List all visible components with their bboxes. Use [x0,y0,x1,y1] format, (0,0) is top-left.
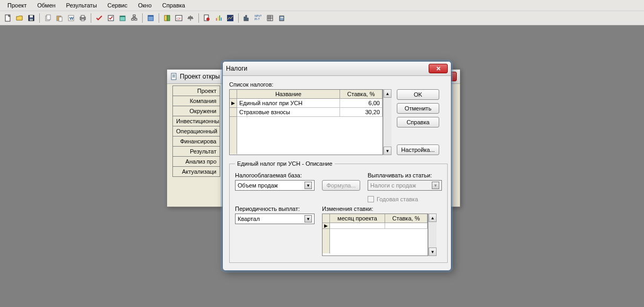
chevron-down-icon: ▼ [304,215,312,223]
doc-icon [170,73,178,80]
svg-rect-28 [217,16,219,21]
tax-table[interactable]: Название Ставка, % ▶ Единый налог при УС… [229,89,383,155]
pay-from-value: Налоги с продаж [370,182,416,189]
building-icon[interactable] [277,13,286,23]
svg-rect-18 [135,19,137,20]
pay-from-select: Налоги с продаж ▼ [368,180,442,191]
tab-actualization[interactable]: Актуализаци [172,166,220,177]
svg-rect-27 [216,18,217,21]
tax-name-cell[interactable]: Страховые взносы [237,108,340,117]
tax-description-fieldset: Единый налог при УСН - Описание Налогооб… [229,160,448,263]
tax-rate-cell[interactable]: 6,00 [340,99,382,108]
open-icon[interactable] [15,13,24,23]
changes-row[interactable]: ▶ [323,223,428,229]
cf-icon[interactable]: CF [174,13,184,23]
scroll-down-icon[interactable]: ▼ [384,147,391,155]
col-rate: Ставка, % [340,90,382,99]
ok-button[interactable]: OK [397,89,439,100]
toolbar: W CF NPV?PI-? [0,11,644,25]
org-icon[interactable] [129,13,139,23]
tab-results[interactable]: Результат [172,146,220,157]
annual-rate-checkbox: Годовая ставка [368,196,442,202]
tab-operational[interactable]: Операционный [172,126,220,137]
svg-rect-40 [282,17,283,18]
tab-company[interactable]: Компания [172,96,220,106]
svg-rect-17 [132,19,134,20]
svg-text:W: W [69,16,74,21]
scroll-up-icon[interactable]: ▲ [384,89,391,98]
svg-rect-3 [30,19,33,21]
dialog-titlebar[interactable]: Налоги ✕ [223,62,451,76]
chart-line-icon[interactable] [225,13,235,23]
period-select[interactable]: Квартал ▼ [235,214,315,224]
doc-stamp-icon[interactable] [202,13,212,23]
menu-project[interactable]: Проект [3,1,31,10]
check-red-icon[interactable] [94,13,104,23]
tab-project[interactable]: Проект [172,86,220,96]
save-icon[interactable] [27,13,36,23]
svg-text:PI-?: PI-? [255,18,259,21]
dialog-title: Налоги [226,65,247,72]
pay-from-label: Выплачивать из статьи: [368,172,442,178]
dialog-close-button[interactable]: ✕ [429,64,448,73]
svg-rect-21 [164,15,167,21]
balance-icon[interactable] [186,13,195,23]
cancel-button[interactable]: Отменить [397,103,439,114]
tax-rate-cell[interactable]: 30,20 [340,108,382,117]
changes-table[interactable]: месяц проекта Ставка, % ▶ [322,214,428,256]
help-button[interactable]: Справка [397,117,439,127]
changes-scrollbar[interactable]: ▲ ▼ [428,214,437,256]
menu-results[interactable]: Результаты [62,1,101,10]
copy-icon[interactable] [43,13,53,23]
menubar: Проект Обмен Результаты Сервис Окно Спра… [0,0,644,11]
base-select[interactable]: Объем продаж ▼ [235,180,315,191]
svg-rect-38 [280,16,284,21]
svg-rect-12 [81,19,84,21]
tax-row[interactable]: ▶ Единый налог при УСН 6,00 [230,99,382,108]
paste-icon[interactable] [55,13,64,23]
svg-rect-5 [47,15,50,20]
col-name: Название [237,90,340,99]
print-icon[interactable] [78,13,88,23]
svg-rect-20 [148,15,153,16]
calendar-icon[interactable] [118,13,127,23]
bars-icon[interactable] [242,13,251,23]
svg-rect-15 [120,16,125,17]
tax-row[interactable]: Страховые взносы 30,20 [230,108,382,117]
tab-environment[interactable]: Окружени [172,106,220,116]
checkbox-icon[interactable] [106,13,116,23]
menu-window[interactable]: Окно [134,1,156,10]
tax-name-cell[interactable]: Единый налог при УСН [237,99,340,108]
new-icon[interactable] [3,13,13,23]
chevron-down-icon: ▼ [432,182,439,189]
svg-rect-41 [171,73,176,80]
table-icon[interactable] [265,13,275,23]
project-title: Проект откры [180,73,220,80]
window-icon[interactable] [146,13,155,23]
npv-icon[interactable]: NPV?PI-? [254,13,263,23]
tab-analysis[interactable]: Анализ про [172,156,220,167]
settings-button[interactable]: Настройка... [397,144,439,155]
scroll-up-icon[interactable]: ▲ [429,214,437,222]
book-yellow-icon[interactable] [162,13,172,23]
scroll-down-icon[interactable]: ▼ [429,248,437,256]
svg-rect-32 [244,17,245,21]
tab-financing[interactable]: Финансирова [172,136,220,147]
tab-investment[interactable]: Инвестиционны [172,116,220,126]
chart-colored-icon[interactable] [214,13,223,23]
menu-service[interactable]: Сервис [103,1,132,10]
chevron-down-icon: ▼ [304,182,312,189]
svg-rect-16 [133,15,135,16]
formula-button: Формула... [322,180,360,191]
changes-label: Изменения ставки: [322,206,442,212]
menu-exchange[interactable]: Обмен [33,1,59,10]
menu-help[interactable]: Справка [158,1,189,10]
sidebar: Проект Компания Окружени Инвестиционны О… [172,86,220,176]
word-icon[interactable]: W [66,13,76,23]
period-value: Квартал [238,216,260,222]
row-marker-icon: ▶ [323,223,330,229]
checkbox-icon [368,196,374,202]
svg-rect-11 [81,15,84,18]
svg-rect-33 [246,15,247,21]
tax-table-scrollbar[interactable]: ▲ ▼ [383,89,391,155]
